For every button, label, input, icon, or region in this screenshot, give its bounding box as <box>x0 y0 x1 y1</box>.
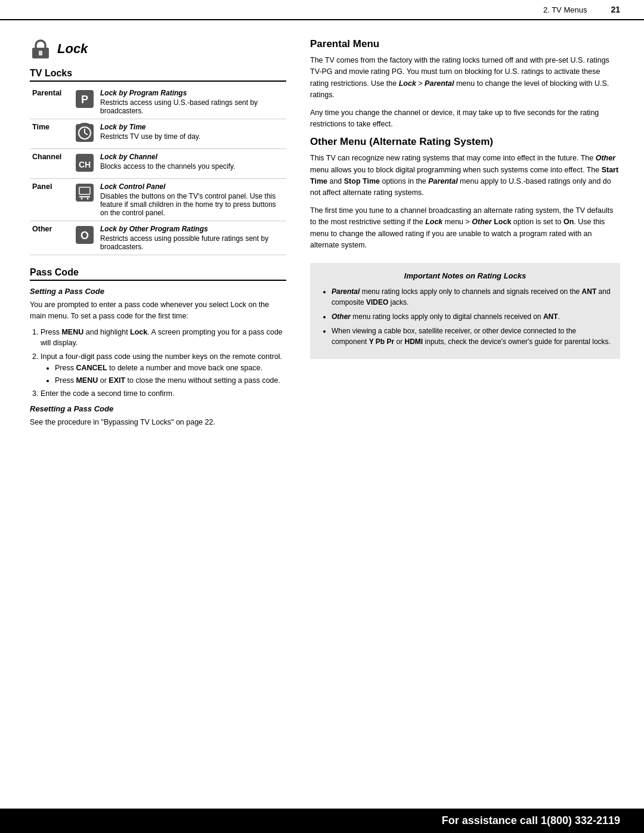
lock-icon-parental: P <box>72 85 98 119</box>
page-header: 2. TV Menus 21 <box>0 0 644 20</box>
other-menu-para-2: The first time you tune to a channel bro… <box>310 205 620 252</box>
notes-list: Parental menu rating locks apply only to… <box>332 286 611 347</box>
lock-icon-time <box>72 119 98 149</box>
lock-desc-parental: Lock by Program Ratings Restricts access… <box>98 85 286 119</box>
lock-desc-channel: Lock by Channel Blocks access to the cha… <box>98 149 286 179</box>
lock-label-parental: Parental <box>30 85 72 119</box>
table-row: Time Lock by Time Restricts <box>30 119 286 149</box>
svg-rect-12 <box>76 184 94 202</box>
step-2: Input a four-digit pass code using the n… <box>41 351 286 386</box>
footer-text: For assistance call 1(800) 332-2119 <box>442 815 620 826</box>
lock-table: Parental P Lock by Program Ratings Restr… <box>30 85 286 255</box>
notes-box-title: Important Notes on Rating Locks <box>320 271 611 280</box>
pass-code-steps: Press MENU and highlight Lock. A screen … <box>41 327 286 400</box>
bullet-cancel: Press CANCEL to delete a number and move… <box>55 363 286 374</box>
svg-point-15 <box>81 198 83 200</box>
left-column: Lock TV Locks Parental P Lock by Progr <box>30 38 286 433</box>
lock-desc-panel: Lock Control Panel Disables the buttons … <box>98 179 286 221</box>
svg-point-16 <box>87 198 89 200</box>
svg-text:CH: CH <box>79 160 91 169</box>
lock-label-channel: Channel <box>30 149 72 179</box>
resetting-text: See the procedure in "Bypassing TV Locks… <box>30 417 286 428</box>
lock-desc-other: Lock by Other Program Ratings Restricts … <box>98 221 286 255</box>
pass-code-section: Pass Code Setting a Pass Code You are pr… <box>30 267 286 428</box>
setting-pass-code-subtitle: Setting a Pass Code <box>30 287 286 296</box>
table-row: Panel Lock Control Panel Disables the bu… <box>30 179 286 221</box>
lock-label-other: Other <box>30 221 72 255</box>
table-row: Channel CH Lock by Channel Blocks access… <box>30 149 286 179</box>
page-number: 21 <box>611 5 620 14</box>
lock-desc-time: Lock by Time Restricts TV use by time of… <box>98 119 286 149</box>
other-menu-para-1: This TV can recognize new rating systems… <box>310 153 620 199</box>
resetting-pass-code-subtitle: Resetting a Pass Code <box>30 404 286 413</box>
lock-icon-channel: CH <box>72 149 98 179</box>
lock-title-row: Lock <box>30 38 286 60</box>
svg-text:P: P <box>81 94 88 106</box>
svg-text:O: O <box>80 230 89 241</box>
lock-label-panel: Panel <box>30 179 72 221</box>
tv-locks-heading: TV Locks <box>30 68 286 82</box>
pass-code-heading: Pass Code <box>30 267 286 281</box>
notes-box: Important Notes on Rating Locks Parental… <box>310 263 620 359</box>
svg-point-2 <box>39 51 42 53</box>
bullet-menu-exit: Press MENU or EXIT to close the menu wit… <box>55 375 286 386</box>
step-3: Enter the code a second time to confirm. <box>41 388 286 400</box>
svg-point-9 <box>83 124 86 126</box>
notes-item-2: Other menu rating locks apply only to di… <box>332 311 611 322</box>
lock-label-time: Time <box>30 119 72 149</box>
chapter-label: 2. TV Menus <box>24 5 611 14</box>
step-2-bullets: Press CANCEL to delete a number and move… <box>55 363 286 386</box>
step-1: Press MENU and highlight Lock. A screen … <box>41 327 286 349</box>
parental-menu-para-2: Any time you change the channel or devic… <box>310 107 620 131</box>
notes-item-3: When viewing a cable box, satellite rece… <box>332 326 611 347</box>
lock-icon <box>30 38 51 60</box>
content-wrapper: Lock TV Locks Parental P Lock by Progr <box>0 20 644 433</box>
right-column: Parental Menu The TV comes from the fact… <box>304 38 620 433</box>
table-row: Other O Lock by Other Program Ratings Re… <box>30 221 286 255</box>
lock-icon-other: O <box>72 221 98 255</box>
parental-menu-heading: Parental Menu <box>310 38 620 50</box>
setting-intro: You are prompted to enter a pass code wh… <box>30 299 286 322</box>
other-menu-heading: Other Menu (Alternate Rating System) <box>310 136 620 148</box>
notes-item-1: Parental menu rating locks apply only to… <box>332 286 611 308</box>
table-row: Parental P Lock by Program Ratings Restr… <box>30 85 286 119</box>
parental-menu-para-1: The TV comes from the factory with the r… <box>310 55 620 101</box>
lock-title: Lock <box>57 41 88 57</box>
page-footer: For assistance call 1(800) 332-2119 <box>0 809 644 833</box>
lock-icon-panel <box>72 179 98 221</box>
